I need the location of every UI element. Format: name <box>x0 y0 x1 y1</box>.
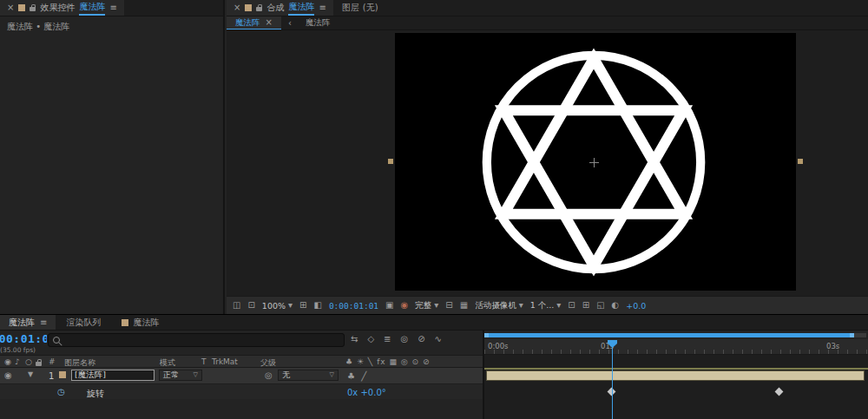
tab-layer[interactable]: 图层 (无) <box>333 2 387 14</box>
pixel-aspect-icon[interactable]: ⊡ <box>568 301 575 310</box>
tab-doc-name[interactable]: 魔法阵 <box>288 1 314 16</box>
viewer-toolbar: ◫ ⊡ 100% ▾ ⊞ ◧ 0:00:01:01 ▣ ◉ 完整 ▾ ⊟ ▦ 活… <box>227 296 868 314</box>
lock-column-icon[interactable] <box>36 362 42 366</box>
layer-handle-left[interactable] <box>388 159 393 164</box>
timeline-ruler[interactable]: 0:00s 01s 03s <box>484 339 868 355</box>
chevron-down-icon: ▾ <box>288 301 293 310</box>
navigator-handle-right[interactable] <box>850 333 854 337</box>
anchor-point-icon[interactable] <box>589 158 599 167</box>
timeline-tab-label[interactable]: 渲染队列 <box>66 317 101 329</box>
work-area-bar[interactable] <box>484 368 868 370</box>
lock-icon[interactable] <box>256 7 262 11</box>
preview-monitor-icon[interactable]: ◫ <box>233 301 240 310</box>
resolution-select[interactable]: 完整 ▾ <box>415 300 438 311</box>
expand-arrow-icon[interactable]: ▼ <box>28 371 33 378</box>
parent-value: 无 <box>282 370 290 381</box>
timeline-tab-render-queue[interactable]: 渲染队列 <box>56 317 111 329</box>
timeline-track-area[interactable] <box>484 355 868 419</box>
stopwatch-icon[interactable]: ◷ <box>57 388 65 396</box>
viewer-tab-label[interactable]: 魔法阵 <box>306 17 331 29</box>
tab-composition[interactable]: × 合成 魔法阵 ≡ <box>227 0 333 16</box>
current-time-indicator[interactable] <box>612 340 613 419</box>
mask-toggle-icon[interactable]: ◧ <box>313 301 321 310</box>
show-snapshot-icon[interactable]: ◉ <box>401 301 409 310</box>
timeline-fps: (35.00 fps) <box>0 346 36 354</box>
zoom-select[interactable]: 100% ▾ <box>262 301 293 311</box>
blend-mode-select[interactable]: 正常 ▽ <box>159 370 202 381</box>
rotation-value[interactable]: 0x +0.0° <box>347 388 386 397</box>
exposure-icon[interactable]: ◐ <box>612 301 620 310</box>
video-column-icon[interactable]: ◉ <box>4 357 11 366</box>
solo-column-icon[interactable]: ○ <box>25 357 32 366</box>
mini-flowchart-icon[interactable]: ⇆ <box>351 335 358 344</box>
composition-viewer[interactable] <box>227 30 868 296</box>
close-icon[interactable]: × <box>233 3 240 12</box>
view-layout-value: 1 个... <box>530 300 555 311</box>
timeline-tabbar: 魔法阵 ≡ 渲染队列 魔法阵 <box>0 315 868 331</box>
timeline-timecode[interactable]: 0:00:01:01 <box>0 332 47 345</box>
panel-menu-icon[interactable]: ≡ <box>109 3 116 12</box>
shy-layers-icon[interactable]: ≣ <box>384 335 391 344</box>
viewer-tab-label[interactable]: 魔法阵 <box>235 17 260 29</box>
exposure-value[interactable]: +0.0 <box>626 301 646 311</box>
layer-switches-icons[interactable]: ♣ ╱ <box>347 371 368 381</box>
navigator-bar[interactable] <box>484 333 854 337</box>
snapshot-icon[interactable]: ▣ <box>385 301 393 310</box>
screen-mode-icon[interactable]: ⊡ <box>247 301 254 310</box>
camera-view-select[interactable]: 活动摄像机 ▾ <box>475 300 523 311</box>
viewer-tab-back[interactable]: ‹ <box>281 19 299 28</box>
tab-title[interactable]: 图层 <box>342 2 359 14</box>
effect-controls-panel: × 效果控件 魔法阵 ≡ 魔法阵 • 魔法阵 <box>0 0 225 314</box>
tab-title[interactable]: 合成 <box>266 2 284 14</box>
search-icon <box>53 337 60 344</box>
layer-duration-bar[interactable] <box>486 370 865 381</box>
transparency-grid-icon[interactable]: ▦ <box>460 301 468 310</box>
motion-blur-icon[interactable]: ⊘ <box>418 335 424 344</box>
audio-column-icon[interactable]: ♪ <box>15 357 20 366</box>
layer-handle-right[interactable] <box>798 159 803 164</box>
composition-canvas[interactable] <box>395 33 796 291</box>
timeline-tab-active[interactable]: 魔法阵 ≡ <box>0 315 56 330</box>
timeline-tab-comp[interactable]: 魔法阵 <box>111 317 169 329</box>
tab-effect-controls[interactable]: × 效果控件 魔法阵 ≡ <box>0 0 124 16</box>
graph-editor-icon[interactable]: ∿ <box>435 335 442 344</box>
property-name[interactable]: 旋转 <box>87 388 104 400</box>
timeline-search[interactable] <box>48 333 345 347</box>
region-of-interest-icon[interactable]: ⊟ <box>445 301 452 310</box>
after-effects-app: × 效果控件 魔法阵 ≡ 魔法阵 • 魔法阵 × 合成 魔法阵 ≡ 图层 (无) <box>0 0 868 419</box>
panel-swatch-icon <box>18 4 25 11</box>
timeline-panel: 魔法阵 ≡ 渲染队列 魔法阵 0:00:01:01 (35.00 fps) ⇆ … <box>0 314 868 419</box>
rotation-property-row[interactable]: ◷ 旋转 0x +0.0° <box>0 383 484 399</box>
tab-title[interactable]: 效果控件 <box>40 2 75 14</box>
tab-doc-name[interactable]: 魔法阵 <box>79 1 105 16</box>
viewer-timecode[interactable]: 0:00:01:01 <box>329 301 378 311</box>
lock-icon[interactable] <box>30 7 36 11</box>
close-icon[interactable]: × <box>266 18 273 27</box>
layer-color-swatch[interactable] <box>59 371 66 378</box>
layer-row[interactable]: ◉ ▼ 1 [魔法阵] 正常 ▽ ◎ 无 ▽ ♣ ╱ <box>0 368 484 383</box>
draft-3d-icon[interactable]: ◇ <box>367 335 374 344</box>
panel-menu-icon[interactable]: ≡ <box>40 318 47 327</box>
viewer-tab-active[interactable]: 魔法阵 × <box>227 16 281 29</box>
safe-zones-icon[interactable]: ⊞ <box>299 301 306 310</box>
timeline-navigator[interactable] <box>484 333 866 337</box>
trkmat-icon[interactable]: ◎ <box>265 371 273 380</box>
frame-blend-icon[interactable]: ◎ <box>400 335 408 344</box>
view-layout-select[interactable]: 1 个... ▾ <box>530 300 562 311</box>
panel-menu-icon[interactable]: ≡ <box>319 3 326 12</box>
timeline-tab-label[interactable]: 魔法阵 <box>9 317 35 329</box>
parent-select[interactable]: 无 ▽ <box>278 370 339 381</box>
timeline-tab-label[interactable]: 魔法阵 <box>133 317 159 329</box>
timeline-timecode-wrap[interactable]: 0:00:01:01 <box>0 332 47 345</box>
search-input[interactable] <box>64 336 339 344</box>
navigator-handle-left[interactable] <box>484 333 489 337</box>
close-icon[interactable]: × <box>7 3 14 12</box>
eye-icon[interactable]: ◉ <box>4 371 12 380</box>
layer-name-field[interactable]: [魔法阵] <box>71 370 155 381</box>
t-column-label[interactable]: T <box>201 357 207 366</box>
timeline-button-icon[interactable]: ◱ <box>596 301 604 310</box>
chevron-down-icon: ▾ <box>519 301 523 310</box>
viewer-tab-secondary[interactable]: 魔法阵 <box>299 17 338 29</box>
fast-previews-icon[interactable]: ⊞ <box>582 301 589 310</box>
trkmat-column-label[interactable]: TrkMat <box>212 357 238 366</box>
